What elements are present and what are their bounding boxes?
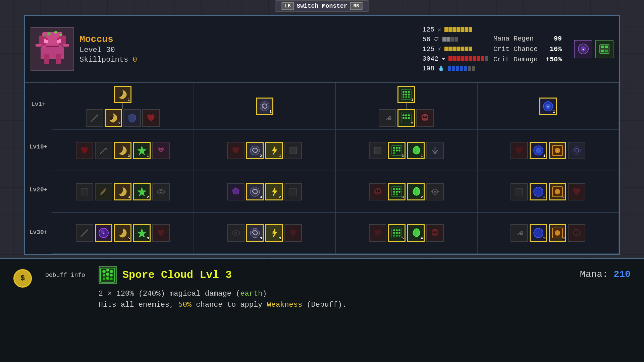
skill-heart-r1c1[interactable] — [227, 142, 245, 159]
skill-swirl-1[interactable]: 1 — [256, 98, 273, 115]
skill-leaf-3[interactable]: 4 — [407, 224, 425, 242]
skill-gear-1[interactable] — [426, 183, 444, 200]
skill-moon-3[interactable]: 3 — [114, 142, 131, 159]
svg-point-37 — [402, 96, 405, 98]
svg-rect-96 — [438, 191, 439, 192]
skill-dots-r2c2[interactable]: 3 — [388, 183, 406, 200]
skill-skull-1[interactable] — [416, 109, 434, 127]
svg-point-39 — [408, 96, 410, 98]
svg-point-79 — [375, 190, 377, 192]
monster-skillpoints: Skillpoints 0 — [79, 56, 417, 64]
svg-point-84 — [398, 188, 400, 190]
skill-skull-r3c3[interactable] — [568, 224, 585, 242]
skill-detail-header: Spore Cloud Lvl 3 — [99, 266, 550, 284]
crit-damage-label: Crit Damage — [493, 56, 538, 63]
skill-lightning-1[interactable]: 1 — [265, 142, 283, 159]
skill-orb-1[interactable]: ✦ — [95, 224, 112, 242]
skill-tree-container: Lv1+ Lv10+ Lv20+ Lv30+ 1 — [25, 83, 619, 254]
skill-swirl-r1c3[interactable] — [568, 142, 585, 159]
svg-point-16 — [59, 34, 62, 36]
skill-water-1[interactable]: ● 1 — [539, 98, 557, 115]
skill-heart-1[interactable] — [142, 109, 160, 127]
svg-point-31 — [402, 91, 405, 93]
skill-lightning-3[interactable]: 3 — [265, 224, 283, 242]
skill-skull-r2[interactable] — [369, 183, 386, 200]
svg-rect-10 — [56, 54, 61, 64]
skill-moon-r3[interactable]: 5 — [114, 224, 131, 242]
skill-cell-r0c2: 1 — [335, 83, 477, 130]
monster-level: Level 30 — [79, 46, 417, 54]
equip-icon-2[interactable] — [595, 40, 613, 58]
skill-demon-1[interactable] — [152, 142, 170, 159]
skill-detail: Spore Cloud Lvl 3 2 × 120% (240%) magica… — [99, 266, 550, 310]
skill-heart-r3c2a[interactable] — [369, 224, 386, 242]
skill-moon-1[interactable]: 1 — [114, 86, 131, 103]
skill-star-1[interactable]: 1 — [133, 142, 151, 159]
lb-button[interactable]: LB — [282, 2, 294, 10]
svg-point-82 — [393, 188, 395, 190]
skill-star-2[interactable]: 2 — [133, 183, 151, 200]
skill-dots-r3c2[interactable]: 5 — [388, 224, 406, 242]
skill-fire-2[interactable]: 2 — [549, 183, 566, 200]
skill-water-2[interactable]: 1 — [530, 142, 547, 159]
svg-rect-93 — [435, 187, 435, 189]
crit-damage-row: Crit Damage +50% — [493, 56, 562, 63]
skill-leaf-1[interactable]: 1 — [407, 142, 425, 159]
skill-leaf-2[interactable]: 2 — [407, 183, 425, 200]
skill-cell-r2c2: 3 2 — [335, 171, 477, 212]
skill-wrench-1[interactable] — [379, 109, 396, 127]
skill-moon-r2[interactable]: 3 — [114, 183, 131, 200]
skill-skull-r3c2[interactable] — [426, 224, 444, 242]
skill-swirl-3[interactable]: 3 — [246, 183, 264, 200]
skill-heart-r2c3[interactable] — [568, 183, 585, 200]
skill-swirl-r3c1[interactable]: 3 — [246, 224, 264, 242]
skill-dots-2[interactable]: 2 — [397, 109, 415, 127]
hp-stat: 3042 ❤ — [422, 55, 488, 63]
skill-sword-r3[interactable] — [76, 224, 93, 242]
skill-wrench-r3c3[interactable] — [511, 224, 528, 242]
svg-point-47 — [423, 116, 425, 118]
skill-block-r1c2[interactable] — [369, 142, 386, 159]
monster-info: Moccus Level 30 Skillpoints 0 — [79, 34, 417, 64]
mana-value: 210 — [614, 269, 631, 280]
skill-heart-r1c3[interactable] — [511, 142, 528, 159]
skill-moon-2[interactable]: 2 — [105, 109, 122, 127]
skill-water-r2c3[interactable]: 2 — [530, 183, 547, 200]
skill-block-r2[interactable] — [76, 183, 93, 200]
svg-rect-6 — [57, 38, 59, 40]
skill-eye-r3[interactable] — [227, 224, 245, 242]
skill-shield-1[interactable] — [123, 109, 141, 127]
skill-fire-1[interactable]: ✦ — [549, 142, 566, 159]
svg-point-100 — [555, 189, 560, 194]
svg-point-113 — [398, 229, 400, 231]
svg-point-45 — [405, 117, 407, 119]
rb-button[interactable]: RB — [350, 2, 363, 10]
skill-arrow-down-1[interactable] — [426, 142, 444, 159]
skill-sword-1[interactable] — [86, 109, 103, 127]
skill-eye-1[interactable] — [152, 183, 170, 200]
svg-point-28 — [111, 117, 113, 119]
svg-point-119 — [398, 235, 400, 237]
skill-lightning-2[interactable]: 2 — [265, 183, 283, 200]
skill-dots-1[interactable]: 1 — [397, 86, 415, 103]
skill-block-r2c1[interactable] — [284, 183, 302, 200]
skill-fire-3[interactable]: 3 — [549, 224, 566, 242]
skill-heart-r3c1[interactable] — [284, 224, 302, 242]
skill-heart-r1[interactable] — [76, 142, 93, 159]
svg-point-92 — [434, 191, 436, 193]
skill-dots-3[interactable]: 3 — [388, 142, 406, 159]
skill-heart-r3c0[interactable] — [152, 224, 170, 242]
skill-purple-r2[interactable] — [227, 183, 245, 200]
skill-feather-1[interactable] — [95, 183, 112, 200]
skill-block-r1c1[interactable] — [284, 142, 302, 159]
skill-knife-r1[interactable] — [95, 142, 112, 159]
equip-icon-1[interactable]: ✦ — [574, 40, 592, 58]
svg-point-131 — [110, 270, 113, 273]
mana-regen-val: 99 — [554, 35, 562, 43]
svg-point-127 — [577, 232, 579, 233]
skill-water-r3c3[interactable]: 3 — [530, 224, 547, 242]
skill-star-3[interactable]: 3 — [133, 224, 151, 242]
skill-block-r2c3[interactable] — [511, 183, 528, 200]
svg-point-83 — [396, 188, 398, 190]
skill-swirl-2[interactable]: 2 — [246, 142, 264, 159]
